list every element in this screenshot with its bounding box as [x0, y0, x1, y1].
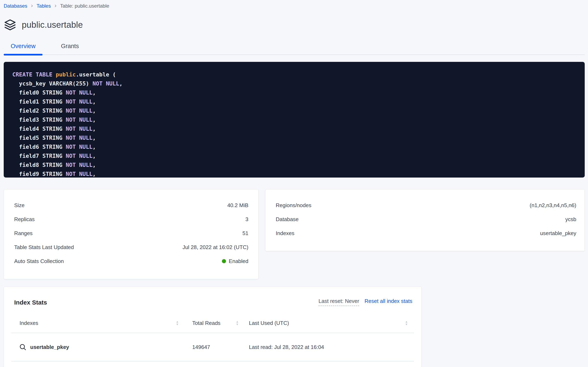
stat-row-replicas: Replicas3 — [14, 212, 248, 226]
breadcrumb-link-databases[interactable]: Databases — [4, 3, 27, 9]
stat-value: usertable_pkey — [540, 230, 576, 236]
stat-value-text: Jul 28, 2022 at 16:02 (UTC) — [182, 244, 248, 250]
tab-bar: OverviewGrants — [4, 40, 585, 55]
sort-arrows-icon[interactable]: ▲▼ — [236, 320, 239, 326]
stat-value: Jul 28, 2022 at 16:02 (UTC) — [182, 244, 248, 250]
stat-value: ycsb — [565, 216, 576, 223]
stat-label: Replicas — [14, 216, 35, 223]
tab-grants[interactable]: Grants — [54, 40, 86, 54]
summary-cards-row: Size40.2 MiBReplicas3Ranges51Table Stats… — [4, 189, 585, 279]
stat-label: Size — [14, 202, 25, 209]
stat-row-ranges: Ranges51 — [14, 226, 248, 240]
index-name-cell: usertable_pkey — [11, 343, 184, 351]
stat-row-regions-nodes: Regions/nodes(n1,n2,n3,n4,n5,n6) — [276, 198, 576, 212]
sort-arrows-icon[interactable]: ▲▼ — [176, 320, 179, 326]
stat-row-table-stats-last-updated: Table Stats Last UpdatedJul 28, 2022 at … — [14, 240, 248, 254]
column-header-indexes[interactable]: Indexes▲▼ — [11, 320, 184, 326]
breadcrumb: Databases›Tables›Table: public.usertable — [4, 2, 585, 9]
tab-overview[interactable]: Overview — [4, 40, 42, 54]
stat-value-text: (n1,n2,n3,n4,n5,n6) — [530, 202, 576, 209]
index-stats-table: Indexes▲▼Total Reads▲▼Last Used (UTC)▲▼ … — [11, 313, 414, 361]
sql-line: field4 STRING NOT NULL, — [12, 124, 577, 133]
column-header-label: Total Reads — [192, 320, 220, 326]
stat-value-text: 51 — [242, 230, 248, 236]
column-header-total-reads[interactable]: Total Reads▲▼ — [184, 320, 247, 326]
regions-card: Regions/nodes(n1,n2,n3,n4,n5,n6)Database… — [265, 189, 585, 251]
stat-value: 3 — [246, 216, 248, 223]
breadcrumb-link-tables[interactable]: Tables — [37, 3, 51, 9]
sort-down-icon: ▼ — [176, 323, 179, 326]
page-header: public.usertable — [4, 18, 585, 31]
stat-value: 40.2 MiB — [227, 202, 248, 209]
sql-line: ycsb_key VARCHAR(255) NOT NULL, — [12, 79, 577, 88]
index-stats-actions: Last reset: Never Reset all index stats — [318, 298, 412, 306]
magnifier-icon — [19, 343, 26, 351]
stat-value: 51 — [242, 230, 248, 236]
index-stats-title: Index Stats — [14, 299, 47, 306]
stat-label: Regions/nodes — [276, 202, 311, 209]
last-used-cell: Last read: Jul 28, 2022 at 16:04 — [247, 344, 414, 350]
index-stats-card: Index Stats Last reset: Never Reset all … — [4, 287, 422, 367]
last-reset-label: Last reset: Never — [318, 298, 359, 306]
stat-value: Enabled — [222, 258, 248, 265]
sql-line: field8 STRING NOT NULL, — [12, 160, 577, 169]
stat-label: Indexes — [276, 230, 294, 236]
index-table-body: usertable_pkey149647Last read: Jul 28, 2… — [11, 333, 414, 361]
stat-label: Table Stats Last Updated — [14, 244, 74, 250]
breadcrumb-current: Table: public.usertable — [60, 3, 109, 9]
chevron-right-icon: › — [31, 3, 33, 8]
stat-value-text: 3 — [246, 216, 248, 223]
column-header-label: Indexes — [19, 320, 38, 326]
sql-line: field2 STRING NOT NULL, — [12, 106, 577, 115]
total-reads-cell: 149647 — [184, 344, 247, 350]
table-details-card: Size40.2 MiBReplicas3Ranges51Table Stats… — [4, 189, 258, 279]
sql-line: field6 STRING NOT NULL, — [12, 142, 577, 151]
index-name: usertable_pkey — [30, 344, 69, 350]
sql-line: field0 STRING NOT NULL, — [12, 88, 577, 97]
sql-line: CREATE TABLE public.usertable ( — [12, 70, 577, 79]
column-header-label: Last Used (UTC) — [249, 320, 289, 326]
sql-line: field1 STRING NOT NULL, — [12, 97, 577, 106]
sql-create-statement: CREATE TABLE public.usertable ( ycsb_key… — [4, 62, 585, 177]
index-table-row: usertable_pkey149647Last read: Jul 28, 2… — [11, 333, 414, 361]
page-title: public.usertable — [22, 20, 83, 30]
index-table-header-row: Indexes▲▼Total Reads▲▼Last Used (UTC)▲▼ — [11, 313, 414, 333]
stat-label: Auto Stats Collection — [14, 258, 64, 265]
stat-label: Database — [276, 216, 298, 223]
column-header-last-used-utc[interactable]: Last Used (UTC)▲▼ — [247, 320, 414, 326]
status-dot-green-icon — [222, 259, 226, 263]
reset-index-stats-link[interactable]: Reset all index stats — [364, 298, 412, 304]
stat-value: (n1,n2,n3,n4,n5,n6) — [530, 202, 576, 209]
sql-line: field5 STRING NOT NULL, — [12, 133, 577, 142]
index-stats-header: Index Stats Last reset: Never Reset all … — [4, 287, 421, 306]
sort-arrows-icon[interactable]: ▲▼ — [405, 320, 408, 326]
stat-value-text: Enabled — [229, 258, 248, 265]
chevron-right-icon: › — [54, 3, 57, 8]
sort-down-icon: ▼ — [405, 323, 408, 326]
stat-row-indexes: Indexesusertable_pkey — [276, 226, 576, 240]
sort-down-icon: ▼ — [236, 323, 239, 326]
stat-value-text: ycsb — [565, 216, 576, 223]
layers-icon — [4, 19, 17, 31]
stat-label: Ranges — [14, 230, 33, 236]
sql-line: field3 STRING NOT NULL, — [12, 115, 577, 124]
sql-line: field9 STRING NOT NULL, — [12, 169, 577, 177]
table-details-page: Databases›Tables›Table: public.usertable… — [0, 0, 588, 367]
stat-row-size: Size40.2 MiB — [14, 198, 248, 212]
sql-line: field7 STRING NOT NULL, — [12, 151, 577, 160]
stat-row-auto-stats-collection: Auto Stats CollectionEnabled — [14, 254, 248, 268]
stat-value-text: usertable_pkey — [540, 230, 576, 236]
stat-value-text: 40.2 MiB — [227, 202, 248, 209]
stat-row-database: Databaseycsb — [276, 212, 576, 226]
